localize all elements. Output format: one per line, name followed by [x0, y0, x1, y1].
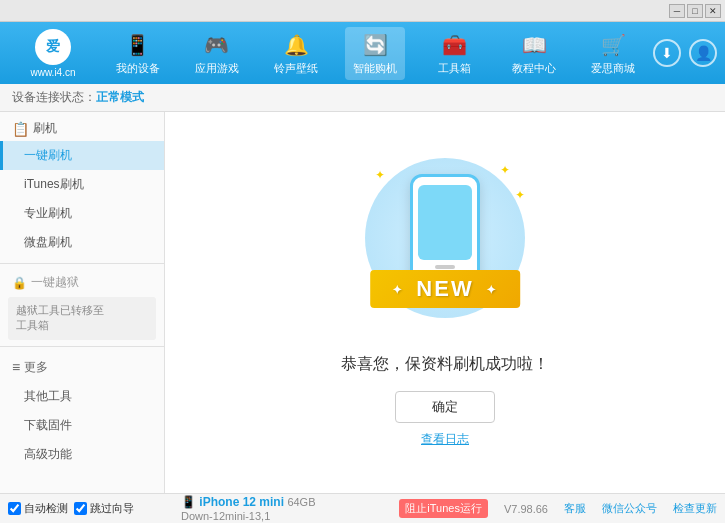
version-label: V7.98.66: [504, 503, 548, 515]
content-area: ✦ ✦ ✦ NEW 恭喜您，保资料刷机成功啦！ 确定 查看日志: [165, 112, 725, 493]
micro-flash-label: 微盘刷机: [24, 235, 72, 249]
mall-icon: 🛒: [599, 31, 627, 59]
sidebar-item-itunes-flash[interactable]: iTunes刷机: [0, 170, 164, 199]
bottom-left: 自动检测 跳过向导: [8, 501, 173, 516]
device-system: Down-12mini-13,1: [181, 510, 270, 522]
nav-my-device[interactable]: 📱 我的设备: [108, 27, 168, 80]
sparkle-3: ✦: [515, 188, 525, 202]
user-button[interactable]: 👤: [689, 39, 717, 67]
one-click-flash-label: 一键刷机: [24, 148, 72, 162]
device-info: 📱 iPhone 12 mini 64GB Down-12mini-13,1: [173, 495, 399, 523]
jailbreak-note: 越狱工具已转移至 工具箱: [8, 297, 156, 340]
flash-section-icon: 📋: [12, 121, 29, 137]
flash-section-label: 刷机: [33, 120, 57, 137]
nav-smart-shop[interactable]: 🔄 智能购机: [345, 27, 405, 80]
sidebar-item-download-firmware[interactable]: 下载固件: [0, 411, 164, 440]
status-value: 正常模式: [96, 89, 144, 106]
sidebar-item-other-tools[interactable]: 其他工具: [0, 382, 164, 411]
sidebar-item-one-click-flash[interactable]: 一键刷机: [0, 141, 164, 170]
sidebar-divider-1: [0, 263, 164, 264]
sidebar-item-micro-flash[interactable]: 微盘刷机: [0, 228, 164, 257]
phone-home-btn: [435, 265, 455, 269]
header-right: ⬇ 👤: [653, 39, 717, 67]
back-link[interactable]: 查看日志: [421, 431, 469, 448]
skip-wizard-checkbox[interactable]: 跳过向导: [74, 501, 134, 516]
nav-mall[interactable]: 🛒 爱思商城: [583, 27, 643, 80]
toolbox-icon: 🧰: [441, 31, 469, 59]
jailbreak-note-line1: 越狱工具已转移至: [16, 304, 104, 316]
ringtones-icon: 🔔: [282, 31, 310, 59]
main-area: 📋 刷机 一键刷机 iTunes刷机 专业刷机 微盘刷机 🔒 一键越狱 越狱工具…: [0, 112, 725, 493]
header: 爱 www.i4.cn 📱 我的设备 🎮 应用游戏 🔔 铃声壁纸 🔄 智能购机 …: [0, 22, 725, 84]
my-device-icon: 📱: [124, 31, 152, 59]
advanced-label: 高级功能: [24, 447, 72, 461]
download-firmware-label: 下载固件: [24, 418, 72, 432]
illustration: ✦ ✦ ✦ NEW: [345, 158, 545, 338]
smart-shop-icon: 🔄: [361, 31, 389, 59]
stop-itunes-button[interactable]: 阻止iTunes运行: [399, 499, 488, 518]
nav-ringtones[interactable]: 🔔 铃声壁纸: [266, 27, 326, 80]
nav-tutorials[interactable]: 📖 教程中心: [504, 27, 564, 80]
nav-tutorials-label: 教程中心: [512, 61, 556, 76]
status-label: 设备连接状态：: [12, 89, 96, 106]
customer-service-link[interactable]: 客服: [564, 501, 586, 516]
logo-area: 爱 www.i4.cn: [8, 29, 98, 78]
sparkle-2: ✦: [500, 163, 510, 177]
bottom-bar: 自动检测 跳过向导 📱 iPhone 12 mini 64GB Down-12m…: [0, 493, 725, 523]
sidebar-item-pro-flash[interactable]: 专业刷机: [0, 199, 164, 228]
flash-section-title: 📋 刷机: [0, 112, 164, 141]
minimize-button[interactable]: ─: [669, 4, 685, 18]
nav-my-device-label: 我的设备: [116, 61, 160, 76]
bottom-right: 阻止iTunes运行 V7.98.66 客服 微信公众号 检查更新: [399, 499, 717, 518]
sparkle-1: ✦: [375, 168, 385, 182]
sidebar-divider-2: [0, 346, 164, 347]
nav-smart-shop-label: 智能购机: [353, 61, 397, 76]
nav-apps-games[interactable]: 🎮 应用游戏: [187, 27, 247, 80]
close-button[interactable]: ✕: [705, 4, 721, 18]
nav-mall-label: 爱思商城: [591, 61, 635, 76]
nav-toolbox[interactable]: 🧰 工具箱: [425, 27, 485, 80]
status-bar: 设备连接状态： 正常模式: [0, 84, 725, 112]
auto-connect-input[interactable]: [8, 502, 21, 515]
nav-ringtones-label: 铃声壁纸: [274, 61, 318, 76]
more-section-icon: ≡: [12, 359, 20, 375]
check-update-link[interactable]: 检查更新: [673, 501, 717, 516]
lock-icon: 🔒: [12, 276, 27, 290]
jailbreak-label: 一键越狱: [31, 274, 79, 291]
sidebar: 📋 刷机 一键刷机 iTunes刷机 专业刷机 微盘刷机 🔒 一键越狱 越狱工具…: [0, 112, 165, 493]
device-storage: 64GB: [287, 496, 315, 508]
title-bar: ─ □ ✕: [0, 0, 725, 22]
jailbreak-note-line2: 工具箱: [16, 319, 49, 331]
other-tools-label: 其他工具: [24, 389, 72, 403]
logo-subtext: www.i4.cn: [30, 67, 75, 78]
maximize-button[interactable]: □: [687, 4, 703, 18]
phone-icon: 📱: [181, 495, 196, 509]
skip-wizard-input[interactable]: [74, 502, 87, 515]
confirm-button[interactable]: 确定: [395, 391, 495, 423]
new-label: NEW: [416, 276, 473, 301]
new-banner: NEW: [370, 270, 520, 308]
tutorials-icon: 📖: [520, 31, 548, 59]
device-name: iPhone 12 mini: [199, 495, 284, 509]
success-message: 恭喜您，保资料刷机成功啦！: [341, 354, 549, 375]
pro-flash-label: 专业刷机: [24, 206, 72, 220]
nav-toolbox-label: 工具箱: [438, 61, 471, 76]
skip-wizard-label: 跳过向导: [90, 501, 134, 516]
phone-screen: [418, 185, 472, 260]
more-section-label: 更多: [24, 359, 48, 376]
more-section-title: ≡ 更多: [0, 353, 164, 382]
nav-apps-games-label: 应用游戏: [195, 61, 239, 76]
download-button[interactable]: ⬇: [653, 39, 681, 67]
auto-connect-checkbox[interactable]: 自动检测: [8, 501, 68, 516]
nav-bar: 📱 我的设备 🎮 应用游戏 🔔 铃声壁纸 🔄 智能购机 🧰 工具箱 📖 教程中心…: [98, 27, 653, 80]
sidebar-item-advanced[interactable]: 高级功能: [0, 440, 164, 469]
jailbreak-section-title: 🔒 一键越狱: [0, 270, 164, 295]
wechat-link[interactable]: 微信公众号: [602, 501, 657, 516]
auto-connect-label: 自动检测: [24, 501, 68, 516]
itunes-flash-label: iTunes刷机: [24, 177, 84, 191]
logo-icon: 爱: [35, 29, 71, 65]
apps-games-icon: 🎮: [203, 31, 231, 59]
